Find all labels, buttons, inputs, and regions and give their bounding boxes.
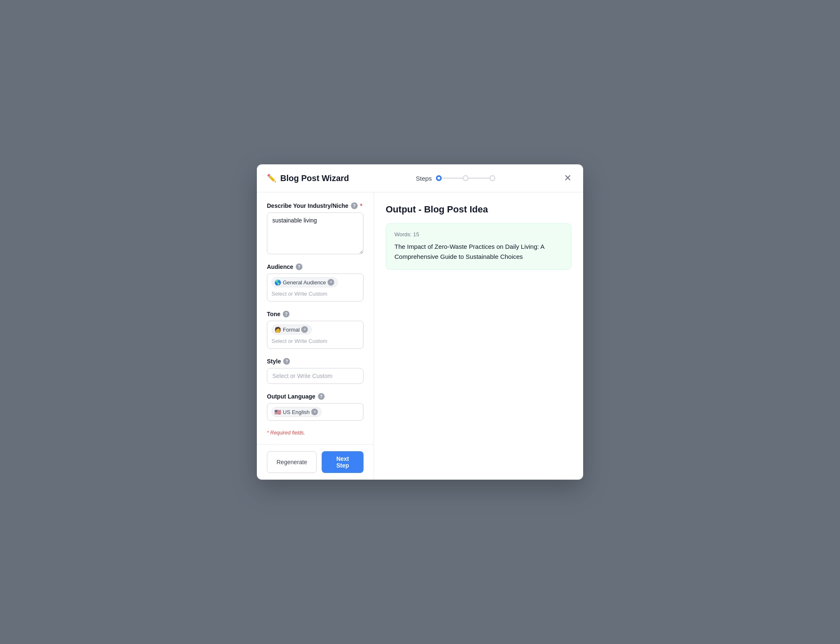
tone-help-icon[interactable]: ? xyxy=(283,311,289,317)
output-card: Words: 15 The Impact of Zero-Waste Pract… xyxy=(386,223,571,270)
tone-field-group: Tone ? 🧑 Formal × Select or Write Custom xyxy=(267,311,364,349)
audience-tag-remove[interactable]: × xyxy=(328,279,334,286)
audience-help-icon[interactable]: ? xyxy=(296,263,302,270)
industry-textarea[interactable]: sustainable living xyxy=(267,212,364,254)
steps-track xyxy=(436,175,495,181)
step-dot-3[interactable] xyxy=(489,175,495,181)
style-help-icon[interactable]: ? xyxy=(283,358,290,365)
industry-field-group: Describe Your Industry/Niche ? * sustain… xyxy=(267,202,364,254)
step-line-1 xyxy=(442,178,463,179)
tone-tag-text: Formal xyxy=(283,327,300,333)
audience-tag-emoji: 🌎 xyxy=(274,279,281,286)
language-help-icon[interactable]: ? xyxy=(318,393,325,400)
modal-backdrop: ✏️ Blog Post Wizard Steps ✕ xyxy=(0,0,840,644)
step-line-2 xyxy=(469,178,489,179)
tone-label: Tone ? xyxy=(267,311,364,317)
regenerate-button[interactable]: Regenerate xyxy=(267,451,317,473)
audience-tag: 🌎 General Audience × xyxy=(271,277,338,287)
style-label: Style ? xyxy=(267,358,364,365)
tone-tag-emoji: 🧑 xyxy=(274,327,281,333)
close-button[interactable]: ✕ xyxy=(562,172,573,184)
step-dot-1[interactable] xyxy=(436,175,442,181)
language-field-group: Output Language ? 🇺🇸 US English × xyxy=(267,393,364,421)
tone-tag-input[interactable]: 🧑 Formal × Select or Write Custom xyxy=(267,321,364,349)
modal-footer: Regenerate Next Step xyxy=(257,444,374,480)
output-title: Output - Blog Post Idea xyxy=(386,204,571,215)
modal-title-area: ✏️ Blog Post Wizard xyxy=(267,174,349,183)
left-panel: Describe Your Industry/Niche ? * sustain… xyxy=(257,192,374,444)
audience-tag-input[interactable]: 🌎 General Audience × Select or Write Cus… xyxy=(267,273,364,302)
right-panel: Output - Blog Post Idea Words: 15 The Im… xyxy=(374,192,583,480)
language-label: Output Language ? xyxy=(267,393,364,400)
style-input[interactable]: Select or Write Custom xyxy=(267,368,364,384)
audience-label: Audience ? xyxy=(267,263,364,270)
modal-body: Describe Your Industry/Niche ? * sustain… xyxy=(257,192,583,480)
language-tag-text: US English xyxy=(283,409,310,415)
language-tag-input[interactable]: 🇺🇸 US English × xyxy=(267,403,364,421)
left-column: Describe Your Industry/Niche ? * sustain… xyxy=(257,192,374,480)
industry-label: Describe Your Industry/Niche ? * xyxy=(267,202,364,209)
style-placeholder: Select or Write Custom xyxy=(272,373,333,379)
tone-tag: 🧑 Formal × xyxy=(271,325,312,335)
pencil-icon: ✏️ xyxy=(267,174,276,183)
steps-label: Steps xyxy=(416,175,432,182)
style-field-group: Style ? Select or Write Custom xyxy=(267,358,364,384)
industry-help-icon[interactable]: ? xyxy=(351,202,358,209)
audience-field-group: Audience ? 🌎 General Audience × Select o… xyxy=(267,263,364,302)
step-dot-2[interactable] xyxy=(463,175,469,181)
next-step-button[interactable]: Next Step xyxy=(322,451,364,473)
language-tag-remove[interactable]: × xyxy=(311,409,318,415)
audience-placeholder: Select or Write Custom xyxy=(271,290,327,298)
language-tag: 🇺🇸 US English × xyxy=(271,407,322,417)
output-text: The Impact of Zero-Waste Practices on Da… xyxy=(394,242,563,262)
tone-placeholder: Select or Write Custom xyxy=(271,337,327,345)
industry-required-star: * xyxy=(360,202,362,209)
steps-area: Steps xyxy=(416,175,495,182)
language-tag-emoji: 🇺🇸 xyxy=(274,409,281,415)
tone-tag-remove[interactable]: × xyxy=(301,326,308,333)
modal-title: Blog Post Wizard xyxy=(280,174,349,183)
required-note: * Required fields. xyxy=(267,430,364,436)
modal-header: ✏️ Blog Post Wizard Steps ✕ xyxy=(257,164,583,192)
audience-tag-text: General Audience xyxy=(283,279,326,286)
output-words: Words: 15 xyxy=(394,231,563,238)
blog-post-wizard-modal: ✏️ Blog Post Wizard Steps ✕ xyxy=(257,164,583,480)
